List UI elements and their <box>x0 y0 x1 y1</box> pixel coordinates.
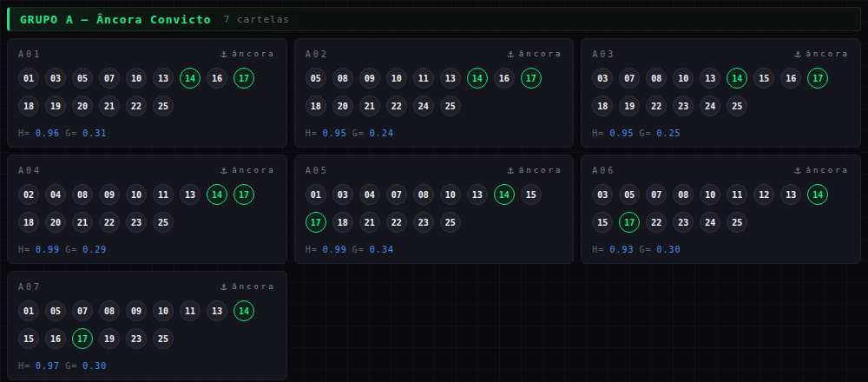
card-stats: H= 0.95 G= 0.25 <box>592 128 850 138</box>
number-chip: 21 <box>359 96 380 116</box>
number-chip-anchored: 17 <box>306 212 326 233</box>
anchor-label: âncora <box>519 49 563 58</box>
number-chip: 11 <box>727 184 747 205</box>
g-stat-label: G= <box>65 361 77 371</box>
h-stat-label: H= <box>18 128 30 138</box>
number-chip: 19 <box>45 96 66 116</box>
number-chip: 13 <box>153 68 174 89</box>
number-chip: 03 <box>592 68 613 89</box>
anchor-label: âncora <box>519 166 563 175</box>
number-chip: 25 <box>440 96 461 116</box>
number-chip: 25 <box>727 96 747 116</box>
card-id: A03 <box>592 49 615 59</box>
h-stat-value: 0.97 <box>36 361 60 371</box>
number-chips: 010305071013141617181920212225 <box>18 68 276 116</box>
number-chip-anchored: 14 <box>180 68 201 89</box>
g-stat-label: G= <box>65 245 77 254</box>
card-stats: H= 0.95 G= 0.24 <box>306 128 563 138</box>
number-chip: 23 <box>673 96 694 116</box>
number-chip: 21 <box>99 96 120 116</box>
h-stat-value: 0.99 <box>36 245 60 254</box>
number-chip: 05 <box>72 68 93 89</box>
number-chip: 16 <box>207 68 227 89</box>
anchor-badge: ⚓ âncora <box>794 164 850 176</box>
number-chip: 25 <box>440 212 461 233</box>
number-chip: 25 <box>153 328 174 349</box>
number-chip: 16 <box>780 68 801 89</box>
number-chip-anchored: 14 <box>467 68 488 89</box>
h-stat-label: H= <box>18 245 30 254</box>
card-header: A04 ⚓ âncora <box>18 164 276 176</box>
h-stat-value: 0.95 <box>323 128 347 138</box>
number-chip-anchored: 17 <box>72 328 93 349</box>
card-header: A01 ⚓ âncora <box>18 48 276 60</box>
number-chip: 02 <box>18 184 39 205</box>
card-stats: H= 0.99 G= 0.29 <box>18 245 276 254</box>
card-id: A04 <box>18 166 42 175</box>
number-chip: 04 <box>45 184 66 205</box>
number-chip: 10 <box>153 300 174 321</box>
number-chips: 020408091011131417182021222325 <box>18 184 276 233</box>
number-chip: 22 <box>126 96 147 116</box>
number-chip: 05 <box>45 300 66 321</box>
number-chip: 16 <box>494 68 515 89</box>
number-chip: 13 <box>440 68 461 89</box>
g-stat-label: G= <box>352 128 365 138</box>
number-chips: 050809101113141617182021222425 <box>306 68 563 116</box>
number-chip: 13 <box>700 68 720 89</box>
number-chip: 07 <box>386 184 407 205</box>
number-chip: 07 <box>646 184 667 205</box>
number-chip: 15 <box>592 212 613 233</box>
number-chip: 22 <box>646 96 667 116</box>
anchor-label: âncora <box>232 282 276 291</box>
number-chip: 08 <box>673 184 694 205</box>
anchor-label: âncora <box>232 166 276 175</box>
number-chip: 24 <box>413 96 434 116</box>
number-chip: 11 <box>153 184 174 205</box>
anchor-badge: ⚓ âncora <box>508 48 563 60</box>
card-id: A06 <box>592 166 615 175</box>
number-chip: 19 <box>619 96 640 116</box>
group-title: GRUPO A — Âncora Convicto <box>20 13 212 26</box>
number-chip: 21 <box>359 212 380 233</box>
number-chip: 01 <box>18 300 39 321</box>
number-chip: 18 <box>18 212 39 233</box>
number-chip: 16 <box>45 328 66 349</box>
number-chip: 08 <box>646 68 667 89</box>
number-chip: 12 <box>753 184 774 205</box>
anchor-badge: ⚓ âncora <box>220 280 276 293</box>
number-chip: 23 <box>673 212 694 233</box>
number-chip: 07 <box>99 68 120 89</box>
cartela-card: A04 ⚓ âncora 020408091011131417182021222… <box>7 155 287 264</box>
cartela-card: A05 ⚓ âncora 010304070810131415171821222… <box>294 155 575 264</box>
anchor-icon: ⚓ <box>220 280 227 293</box>
number-chips: 030708101314151617181922232425 <box>592 68 850 116</box>
number-chip: 10 <box>673 68 694 89</box>
number-chip-anchored: 14 <box>233 300 254 321</box>
number-chip: 09 <box>359 68 380 89</box>
card-id: A02 <box>306 49 329 59</box>
number-chip-anchored: 14 <box>494 184 515 205</box>
h-stat-value: 0.93 <box>609 245 634 254</box>
anchor-label: âncora <box>806 166 850 175</box>
g-stat-value: 0.31 <box>82 128 107 138</box>
number-chip: 08 <box>99 300 120 321</box>
cartela-card: A07 ⚓ âncora 010507080910111314151617192… <box>7 271 287 380</box>
number-chip: 03 <box>592 184 613 205</box>
h-stat-label: H= <box>592 128 604 138</box>
h-stat-label: H= <box>306 245 318 254</box>
number-chip: 03 <box>45 68 66 89</box>
anchor-label: âncora <box>806 49 850 58</box>
cartela-card: A01 ⚓ âncora 010305071013141617181920212… <box>7 38 287 148</box>
number-chip: 11 <box>413 68 434 89</box>
number-chip: 18 <box>592 96 613 116</box>
number-chip: 19 <box>99 328 120 349</box>
number-chip: 13 <box>180 184 201 205</box>
number-chip: 24 <box>700 212 720 233</box>
g-stat-value: 0.25 <box>657 128 681 138</box>
anchor-icon: ⚓ <box>220 164 227 176</box>
number-chip: 08 <box>332 68 353 89</box>
anchor-badge: ⚓ âncora <box>794 48 850 60</box>
number-chip-anchored: 14 <box>807 184 828 205</box>
card-id: A07 <box>18 282 42 292</box>
